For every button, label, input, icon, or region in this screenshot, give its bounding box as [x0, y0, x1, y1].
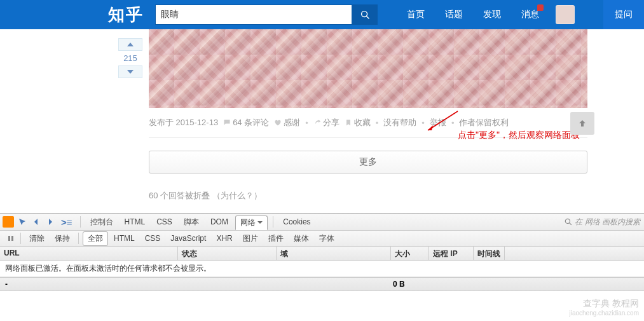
search-button[interactable]	[352, 4, 378, 25]
header-status[interactable]: 状态	[178, 247, 277, 260]
nav: 首页 话题 发现 消息	[397, 0, 549, 29]
upvote-button[interactable]	[118, 38, 142, 51]
collapsed-text: 60 个回答被折叠	[149, 191, 212, 200]
network-totals-row: - 0 B	[0, 277, 644, 291]
chevron-left-icon	[33, 219, 39, 225]
filter-css-button[interactable]: CSS	[140, 233, 165, 244]
ask-button[interactable]: 提问	[603, 0, 644, 29]
collapsed-answers: 60 个回答被折叠 （为什么？）	[149, 190, 587, 201]
total-size: 0 B	[393, 280, 405, 289]
filter-plugin-button[interactable]: 插件	[264, 232, 288, 245]
vote-count: 215	[118, 51, 142, 65]
svg-rect-3	[11, 236, 13, 241]
search-icon	[360, 10, 370, 20]
header-size[interactable]: 大小	[391, 247, 429, 260]
network-table-header: URL 状态 域 大小 远程 IP 时间线	[0, 247, 644, 261]
tab-network[interactable]: 网络	[235, 215, 268, 230]
vote-widget: 215	[118, 38, 142, 78]
main-content: 215 发布于 2015-12-13 64 条评论 感谢 • 分享 收藏 • 没…	[0, 29, 644, 201]
filter-img-button[interactable]: 图片	[238, 232, 263, 245]
persist-button[interactable]: 保持	[50, 232, 74, 245]
pause-button[interactable]	[5, 233, 17, 244]
nohelp-link[interactable]: 没有帮助	[383, 117, 416, 128]
favorite-link[interactable]: 收藏	[345, 117, 371, 128]
console-toggle[interactable]: >≡	[58, 217, 75, 228]
chevron-down-icon	[127, 70, 134, 74]
clear-button[interactable]: 清除	[25, 232, 49, 245]
svg-rect-2	[8, 236, 10, 241]
devtools-toolbar: >≡ 控制台 HTML CSS 脚本 DOM 网络 Cookies 在 网络 画…	[0, 214, 644, 231]
header-remote[interactable]: 远程 IP	[429, 247, 474, 260]
downvote-button[interactable]	[118, 65, 142, 78]
devtools-search[interactable]: 在 网络 画板内搜索	[565, 217, 644, 228]
chevron-right-icon	[47, 219, 53, 225]
notification-badge	[537, 4, 544, 11]
filter-html-button[interactable]: HTML	[109, 233, 139, 244]
tab-html[interactable]: HTML	[120, 216, 150, 228]
bookmark-icon	[345, 119, 352, 126]
nav-messages[interactable]: 消息	[511, 0, 549, 29]
avatar[interactable]	[556, 5, 575, 24]
filter-media-button[interactable]: 媒体	[289, 232, 313, 245]
firebug-icon[interactable]	[3, 216, 14, 228]
filter-all-button[interactable]: 全部	[83, 231, 108, 246]
nav-discover[interactable]: 发现	[473, 0, 511, 29]
annotation-arrow	[423, 108, 461, 133]
watermark: 查字典 教程网 jiaocheng.chazidian.com	[569, 297, 639, 317]
rights-text: 作者保留权利	[459, 117, 509, 128]
arrow-up-icon	[577, 118, 587, 128]
dropdown-icon	[257, 220, 263, 225]
why-link[interactable]: （为什么？）	[212, 191, 262, 200]
heart-icon	[274, 119, 282, 126]
top-navbar: 知乎 首页 话题 发现 消息 提问	[0, 0, 644, 29]
share-link[interactable]: 分享	[313, 117, 339, 128]
comments-link[interactable]: 64 条评论	[223, 117, 269, 128]
annotation-text: 点击"更多"，然后观察网络面板	[458, 130, 580, 141]
filter-xhr-button[interactable]: XHR	[212, 233, 236, 244]
header-domain[interactable]: 域	[277, 247, 391, 260]
thanks-link[interactable]: 感谢	[274, 117, 300, 128]
answer-image[interactable]	[149, 29, 587, 108]
devtools-filter-bar: 清除 保持 全部 HTML CSS JavaScript XHR 图片 插件 媒…	[0, 231, 644, 247]
nav-forward-button[interactable]	[45, 216, 56, 228]
network-activated-message: 网络面板已激活。在面板未激活时的任何请求都不会被显示。	[0, 261, 644, 277]
chevron-up-icon	[127, 43, 134, 46]
logo[interactable]: 知乎	[108, 4, 144, 26]
filter-font-button[interactable]: 字体	[315, 232, 339, 245]
nav-back-button[interactable]	[31, 216, 42, 228]
posted-date: 发布于 2015-12-13	[149, 117, 218, 128]
answer-post: 发布于 2015-12-13 64 条评论 感谢 • 分享 收藏 • 没有帮助 …	[149, 29, 587, 201]
inspect-button[interactable]	[17, 216, 28, 228]
nav-home[interactable]: 首页	[397, 0, 435, 29]
search-box	[155, 4, 378, 25]
total-dash: -	[5, 280, 8, 289]
svg-marker-1	[428, 125, 433, 130]
more-button[interactable]: 更多	[149, 151, 587, 174]
devtools-panel: >≡ 控制台 HTML CSS 脚本 DOM 网络 Cookies 在 网络 画…	[0, 213, 644, 321]
filter-js-button[interactable]: JavaScript	[166, 233, 210, 244]
tab-script[interactable]: 脚本	[179, 215, 203, 229]
nav-topics[interactable]: 话题	[435, 0, 473, 29]
tab-cookies[interactable]: Cookies	[278, 216, 315, 228]
search-input[interactable]	[155, 4, 352, 25]
tab-console[interactable]: 控制台	[86, 215, 118, 229]
tab-css[interactable]: CSS	[152, 216, 177, 228]
scroll-top-button[interactable]	[570, 112, 594, 135]
header-timeline[interactable]: 时间线	[474, 247, 505, 260]
comment-icon	[223, 119, 231, 126]
search-icon	[565, 218, 572, 226]
tab-dom[interactable]: DOM	[206, 216, 233, 228]
share-icon	[313, 119, 321, 126]
header-url[interactable]: URL	[0, 247, 178, 260]
